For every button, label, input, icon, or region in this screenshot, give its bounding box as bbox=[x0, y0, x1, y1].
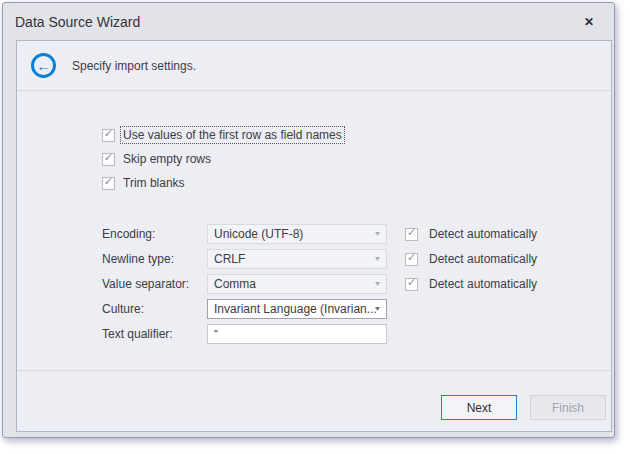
checkbox[interactable]: ✓ bbox=[405, 228, 418, 241]
wizard-footer: Next Finish bbox=[17, 370, 611, 431]
check-icon: ✓ bbox=[104, 128, 113, 139]
wizard-page-header: ← Specify import settings. bbox=[17, 41, 611, 91]
detect-newline-checkbox[interactable]: ✓ Detect automatically bbox=[405, 252, 537, 266]
checkbox-label: Detect automatically bbox=[429, 252, 537, 266]
check-icon: ✓ bbox=[104, 176, 113, 187]
section-gap bbox=[102, 195, 611, 224]
detect-separator-checkbox[interactable]: ✓ Detect automatically bbox=[405, 277, 537, 291]
back-arrow-icon: ← bbox=[37, 59, 51, 73]
dropdown-value: Invariant Language (Invarian... bbox=[214, 302, 377, 316]
checkbox-label: Trim blanks bbox=[121, 175, 187, 191]
check-icon: ✓ bbox=[407, 277, 416, 288]
close-icon[interactable]: ✕ bbox=[578, 11, 600, 33]
field-label: Value separator: bbox=[102, 277, 207, 291]
newline-type-dropdown: CRLF ▼ bbox=[207, 249, 387, 269]
finish-button: Finish bbox=[530, 395, 606, 420]
data-source-wizard-dialog: Data Source Wizard ✕ ← Specify import se… bbox=[2, 2, 615, 438]
check-icon: ✓ bbox=[407, 227, 416, 238]
option-skip-empty-rows[interactable]: ✓ Skip empty rows bbox=[102, 147, 611, 171]
wizard-page-panel: ← Specify import settings. ✓ Use values … bbox=[16, 40, 612, 432]
field-label: Culture: bbox=[102, 302, 207, 316]
check-icon: ✓ bbox=[407, 252, 416, 263]
checkbox[interactable]: ✓ bbox=[405, 278, 418, 291]
option-trim-blanks[interactable]: ✓ Trim blanks bbox=[102, 171, 611, 195]
chevron-down-icon: ▼ bbox=[374, 230, 382, 237]
next-button[interactable]: Next bbox=[441, 395, 517, 420]
field-label: Newline type: bbox=[102, 252, 207, 266]
field-label: Text qualifier: bbox=[102, 327, 207, 341]
back-button[interactable]: ← bbox=[31, 53, 56, 78]
checkbox[interactable]: ✓ bbox=[102, 177, 115, 190]
detect-encoding-checkbox[interactable]: ✓ Detect automatically bbox=[405, 227, 537, 241]
culture-dropdown[interactable]: Invariant Language (Invarian... ▼ bbox=[207, 299, 387, 319]
chevron-down-icon: ▼ bbox=[374, 305, 382, 312]
window-title: Data Source Wizard bbox=[15, 14, 140, 30]
checkbox-label: Detect automatically bbox=[429, 227, 537, 241]
option-use-first-row[interactable]: ✓ Use values of the first row as field n… bbox=[102, 123, 611, 147]
checkbox-label: Detect automatically bbox=[429, 277, 537, 291]
import-settings-form: ✓ Use values of the first row as field n… bbox=[17, 91, 611, 344]
field-label: Encoding: bbox=[102, 227, 207, 241]
encoding-dropdown: Unicode (UTF-8) ▼ bbox=[207, 224, 387, 244]
checkbox[interactable]: ✓ bbox=[102, 153, 115, 166]
title-bar: Data Source Wizard ✕ bbox=[3, 3, 614, 40]
text-qualifier-input[interactable] bbox=[207, 324, 387, 344]
dropdown-value: CRLF bbox=[214, 252, 245, 266]
chevron-down-icon: ▼ bbox=[374, 255, 382, 262]
chevron-down-icon: ▼ bbox=[374, 280, 382, 287]
checkbox[interactable]: ✓ bbox=[102, 129, 115, 142]
page-instruction: Specify import settings. bbox=[72, 41, 196, 90]
dropdown-value: Comma bbox=[214, 277, 256, 291]
field-row-newline-type: Newline type: CRLF ▼ ✓ Detect automatica… bbox=[102, 249, 611, 269]
field-row-text-qualifier: Text qualifier: bbox=[102, 324, 611, 344]
checkbox[interactable]: ✓ bbox=[405, 253, 418, 266]
value-separator-dropdown: Comma ▼ bbox=[207, 274, 387, 294]
field-row-culture: Culture: Invariant Language (Invarian...… bbox=[102, 299, 611, 319]
dropdown-value: Unicode (UTF-8) bbox=[214, 227, 303, 241]
check-icon: ✓ bbox=[104, 152, 113, 163]
checkbox-label: Skip empty rows bbox=[121, 151, 213, 167]
field-row-encoding: Encoding: Unicode (UTF-8) ▼ ✓ Detect aut… bbox=[102, 224, 611, 244]
checkbox-label: Use values of the first row as field nam… bbox=[121, 127, 344, 143]
field-row-value-separator: Value separator: Comma ▼ ✓ Detect automa… bbox=[102, 274, 611, 294]
